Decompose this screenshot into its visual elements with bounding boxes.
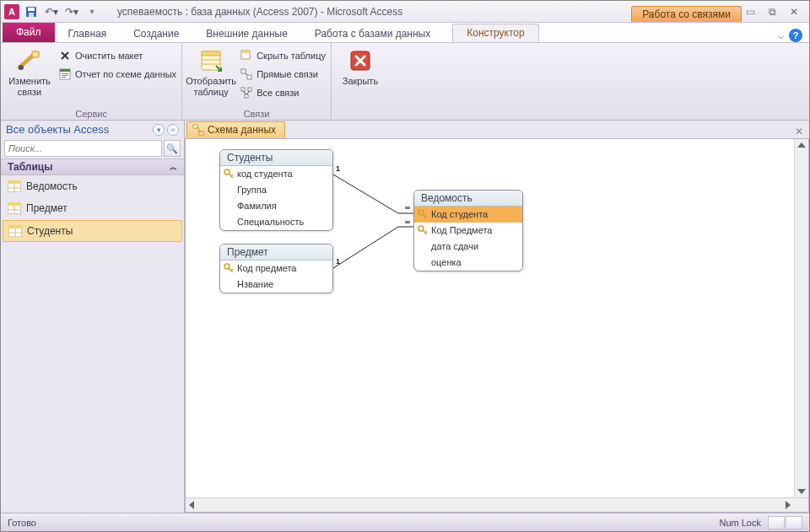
table-title[interactable]: Студенты — [220, 150, 332, 166]
table-field[interactable]: Код студента — [414, 207, 522, 223]
nav-header[interactable]: Все объекты Access ▾ « — [1, 121, 184, 138]
table-title[interactable]: Предмет — [220, 245, 332, 261]
close-relations-label: Закрыть — [343, 76, 378, 87]
table-field[interactable]: Код Предмета — [414, 223, 522, 239]
nav-item-label: Ведомость — [26, 180, 78, 192]
document-tab-schema[interactable]: Схема данных — [186, 121, 285, 138]
svg-rect-19 — [241, 88, 245, 91]
key-icon — [224, 263, 233, 272]
schema-report-button[interactable]: Отчет по схеме данных — [58, 66, 176, 83]
table-field[interactable]: Код предмета — [220, 261, 332, 277]
nav-filter-icon[interactable]: ▾ — [153, 124, 165, 136]
context-tab-group-label: Работа со связями — [631, 6, 742, 22]
svg-line-40 — [231, 175, 233, 176]
svg-rect-3 — [32, 51, 39, 57]
svg-rect-9 — [62, 77, 66, 78]
tab-file[interactable]: Файл — [3, 23, 55, 42]
table-box-students[interactable]: Студенты код студента Группа Фамилия Спе… — [219, 149, 333, 231]
svg-rect-16 — [241, 69, 246, 73]
tab-design[interactable]: Конструктор — [452, 24, 538, 42]
nav-item-predmet[interactable]: Предмет — [1, 197, 184, 219]
close-window-button[interactable]: ✕ — [786, 6, 802, 18]
nav-section-collapse-icon[interactable]: ︽ — [170, 162, 177, 173]
vertical-scrollbar[interactable] — [794, 139, 808, 497]
svg-rect-6 — [60, 69, 70, 72]
nav-collapse-icon[interactable]: « — [167, 124, 179, 136]
tab-home[interactable]: Главная — [55, 25, 121, 42]
hide-table-label: Скрыть таблицу — [256, 51, 326, 61]
tab-external-data[interactable]: Внешние данные — [192, 25, 301, 42]
svg-rect-7 — [62, 73, 68, 74]
key-icon — [418, 225, 427, 234]
help-button[interactable]: ? — [789, 29, 802, 42]
table-box-ledger[interactable]: Ведомость Код студента Код Предмета дата… — [413, 190, 523, 271]
nav-item-label: Предмет — [26, 202, 68, 214]
relationships-canvas[interactable]: 1 ∞ 1 ∞ Студенты код студента Группа Фам… — [185, 139, 809, 513]
cardinality-many: ∞ — [403, 203, 412, 212]
svg-rect-15 — [241, 51, 250, 53]
hide-table-button[interactable]: Скрыть таблицу — [240, 47, 326, 64]
status-bar: Готово Num Lock — [1, 513, 809, 531]
qat-save-button[interactable] — [23, 3, 40, 20]
nav-item-studenty[interactable]: Студенты — [3, 220, 182, 242]
table-field[interactable]: Группа — [220, 182, 332, 198]
view-button-1[interactable] — [768, 516, 785, 529]
all-relations-icon — [240, 86, 253, 99]
qat-undo-button[interactable]: ↶▾ — [43, 3, 60, 20]
nav-item-label: Студенты — [27, 225, 73, 237]
clear-layout-label: Очистить макет — [75, 51, 143, 61]
view-button-2[interactable] — [786, 516, 802, 529]
all-relations-label: Все связи — [256, 88, 299, 98]
nav-section-tables[interactable]: Таблицы ︽ — [1, 159, 184, 175]
table-field[interactable]: оценка — [414, 255, 522, 271]
edit-relationships-button[interactable]: Изменить связи — [6, 46, 53, 98]
table-field[interactable]: код студента — [220, 166, 332, 182]
document-tab-close-button[interactable]: ✕ — [792, 125, 806, 138]
direct-relations-button[interactable]: Прямые связи — [240, 66, 326, 83]
svg-rect-24 — [8, 180, 21, 184]
ribbon-collapse-icon[interactable]: ⌵ — [778, 30, 784, 41]
table-box-subject[interactable]: Предмет Код предмета Нзвание — [219, 244, 333, 293]
close-relations-button[interactable]: Закрыть — [337, 46, 384, 87]
tab-db-tools[interactable]: Работа с базами данных — [301, 25, 444, 42]
qat-customize-icon[interactable]: ▼ — [84, 3, 100, 20]
tab-create[interactable]: Создание — [120, 25, 192, 42]
nav-item-vedomost[interactable]: Ведомость — [1, 175, 184, 197]
hide-table-icon — [240, 49, 253, 62]
clear-icon — [58, 49, 72, 62]
table-field[interactable]: дата сдачи — [414, 239, 522, 255]
ribbon-tabs: Файл Главная Создание Внешние данные Раб… — [1, 23, 809, 43]
cardinality-one: 1 — [336, 164, 340, 173]
direct-relations-icon — [240, 67, 253, 81]
title-bar: A ↶▾ ↷▾ ▼ успеваемость : база данных (Ac… — [1, 1, 809, 23]
restore-button[interactable]: ⧉ — [764, 6, 780, 18]
nav-search-button[interactable]: 🔍 — [164, 140, 181, 157]
all-relations-button[interactable]: Все связи — [240, 84, 326, 101]
ribbon-group-relations: Отобразить таблицу Скрыть таблицу Прямые… — [182, 43, 332, 120]
minimize-button[interactable]: ▭ — [742, 6, 759, 18]
qat-redo-button[interactable]: ↷▾ — [63, 3, 80, 20]
app-icon[interactable]: A — [4, 4, 19, 19]
status-ready: Готово — [8, 518, 36, 528]
horizontal-scrollbar[interactable] — [186, 497, 808, 512]
table-title[interactable]: Ведомость — [414, 191, 522, 207]
svg-rect-20 — [248, 88, 251, 91]
table-icon — [8, 180, 21, 192]
svg-line-46 — [425, 215, 427, 217]
status-numlock: Num Lock — [719, 518, 761, 528]
key-icon — [418, 209, 427, 218]
ribbon-group-close: Закрыть — [332, 43, 389, 120]
document-tab-label: Схема данных — [208, 124, 276, 136]
svg-rect-2 — [29, 13, 34, 17]
table-field[interactable]: Нзвание — [220, 277, 332, 293]
svg-line-43 — [231, 269, 233, 271]
clear-layout-button[interactable]: Очистить макет — [58, 47, 176, 64]
svg-rect-21 — [245, 94, 248, 98]
cardinality-one: 1 — [336, 257, 340, 266]
table-field[interactable]: Специальность — [220, 214, 332, 230]
table-field[interactable]: Фамилия — [220, 198, 332, 214]
relationships-icon — [192, 124, 204, 136]
document-area: Схема данных ✕ 1 ∞ 1 ∞ Студенты код с — [185, 121, 809, 513]
nav-search-input[interactable] — [4, 140, 162, 157]
show-table-button[interactable]: Отобразить таблицу — [187, 46, 235, 98]
